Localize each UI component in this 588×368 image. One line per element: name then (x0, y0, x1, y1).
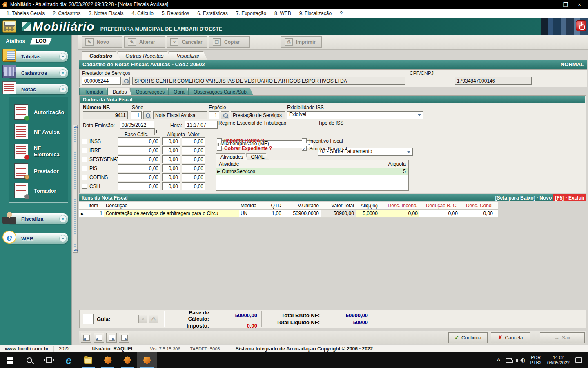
taskbar-search-button[interactable] (20, 352, 39, 368)
imposto-retido-checkbox[interactable] (217, 138, 222, 143)
simples-nacional-checkbox[interactable]: ✓ (302, 146, 307, 151)
cancelar-button[interactable]: Cancelar (167, 36, 207, 48)
menu-cadastros[interactable]: 2. Cadastros (49, 10, 85, 17)
fiorilli-app-3-button[interactable] (137, 352, 157, 368)
data-emissao-input[interactable] (120, 121, 154, 129)
tab-obra[interactable]: Obra (168, 88, 190, 95)
guia-search-icon[interactable] (138, 315, 147, 323)
cofins-base-input[interactable] (118, 173, 160, 181)
nav-last-button[interactable] (119, 333, 129, 343)
csll-aliq-input[interactable] (162, 182, 180, 190)
nav-next-button[interactable] (106, 333, 117, 343)
irrf-checkbox[interactable] (82, 148, 87, 153)
menu-notas-fiscais[interactable]: 3. Notas Fiscais (85, 10, 127, 17)
network-icon[interactable] (506, 358, 512, 363)
chevron-down-icon[interactable]: » (59, 69, 67, 76)
chevron-down-icon[interactable]: » (59, 215, 67, 222)
menu-web[interactable]: 8. WEB (270, 10, 295, 17)
copiar-button[interactable]: Copiar (209, 36, 250, 48)
menu-estatisticas[interactable]: 6. Estatísticas (193, 10, 232, 17)
sidebar-item-nf-avulsa[interactable]: NF Avulsa (14, 124, 68, 139)
tab-visualizar[interactable]: Visualizar (169, 51, 207, 60)
search-icon[interactable] (122, 77, 130, 85)
atividade-row[interactable]: ▶ OutrosServiços 5 (216, 168, 408, 175)
sest-valor-input[interactable] (182, 155, 205, 163)
start-button[interactable] (0, 352, 20, 368)
tab-observacoes[interactable]: Observações (130, 88, 170, 95)
prestador-code-input[interactable] (82, 77, 121, 85)
menu-tabelas-gerais[interactable]: 1. Tabelas Gerais (2, 10, 49, 17)
sest-aliq-input[interactable] (162, 155, 180, 163)
restore-button[interactable]: ❐ (559, 0, 572, 9)
speaker-icon[interactable] (518, 358, 523, 363)
sidebar-splitter[interactable]: ◄► ◄► (73, 125, 78, 253)
sidebar-tab-log[interactable]: LOG (30, 38, 52, 45)
item-row[interactable]: ▶ 1 Contratação de serviços de arbitrage… (79, 210, 498, 218)
pis-checkbox[interactable] (82, 166, 87, 171)
sidebar-item-nf-eletronica[interactable]: NF Eletrônica (14, 144, 68, 159)
tab-cadastro[interactable]: Cadastro (82, 51, 120, 60)
sidebar-group-fiscaliza[interactable]: Fiscaliza » (9, 213, 68, 224)
incentivo-fiscal-checkbox[interactable] (302, 138, 307, 143)
minimize-button[interactable]: – (545, 0, 559, 9)
language-indicator[interactable]: PORPTB2 (530, 355, 541, 366)
internet-explorer-button[interactable]: e (59, 352, 78, 368)
task-view-button[interactable] (39, 352, 59, 368)
confirma-button[interactable]: ✓ Confirma (448, 332, 488, 343)
tab-tomador[interactable]: Tomador (79, 88, 109, 95)
tab-dados[interactable]: Dados (107, 88, 132, 95)
hora-input[interactable] (185, 121, 218, 129)
sidebar-group-tabelas[interactable]: Tabelas » (9, 51, 68, 62)
csll-checkbox[interactable] (82, 184, 87, 189)
menu-relatorios[interactable]: 5. Relatórios (158, 10, 193, 17)
guia-input[interactable] (83, 314, 94, 324)
sidebar-group-notas[interactable]: Notas « (9, 84, 68, 94)
cancela-button[interactable]: ✗ Cancela (491, 332, 530, 343)
guia-print-icon[interactable] (149, 315, 158, 323)
fiorilli-app-1-button[interactable] (98, 352, 118, 368)
clock[interactable]: 14:0203/05/2022 (547, 355, 570, 366)
tab-cnae[interactable]: CNAE (246, 153, 269, 160)
nav-first-button[interactable] (81, 333, 91, 343)
close-button[interactable]: × (572, 0, 586, 9)
cobrar-expediente-checkbox[interactable] (217, 146, 222, 151)
notification-icon[interactable] (575, 357, 582, 363)
sidebar-item-tomador[interactable]: Tomador (14, 183, 68, 198)
sidebar-item-autorizacao[interactable]: Autorização (14, 104, 68, 120)
chevron-down-icon[interactable]: » (59, 53, 67, 60)
chevron-up-icon[interactable]: « (59, 85, 67, 93)
tab-outras-receitas[interactable]: Outras Receitas (118, 51, 171, 60)
serie-input[interactable] (131, 111, 142, 119)
menu-fiscalizacao[interactable]: 9. Fiscalização (295, 10, 336, 17)
sest-checkbox[interactable] (82, 157, 87, 162)
calendar-icon[interactable] (154, 128, 155, 135)
menu-exportacao[interactable]: 7. Exportação (232, 10, 270, 17)
numero-nf-input[interactable] (83, 111, 128, 119)
file-explorer-button[interactable] (78, 352, 98, 368)
inss-base-input[interactable] (118, 137, 160, 145)
sair-button[interactable]: → Sair (540, 332, 585, 343)
sest-base-input[interactable] (118, 155, 160, 163)
pis-aliq-input[interactable] (162, 164, 180, 172)
tab-atividades[interactable]: Atividades (216, 153, 247, 160)
alterar-button[interactable]: Alterar (124, 36, 165, 48)
serie-search-icon[interactable] (143, 111, 151, 119)
menu-help[interactable]: ? (336, 10, 347, 17)
cofins-aliq-input[interactable] (162, 173, 180, 181)
inss-valor-input[interactable] (182, 137, 205, 145)
sidebar-group-web[interactable]: e WEB » (9, 233, 68, 244)
csll-valor-input[interactable] (182, 182, 205, 190)
menu-calculo[interactable]: 4. Cálculo (128, 10, 158, 17)
pis-base-input[interactable] (118, 164, 160, 172)
novo-button[interactable]: Novo (82, 36, 122, 48)
pis-valor-input[interactable] (182, 164, 205, 172)
sidebar-tab-atalhos[interactable]: Atalhos (6, 38, 25, 44)
sidebar-item-prestador[interactable]: Prestador (14, 163, 68, 179)
imprimir-button[interactable]: Imprimir (281, 36, 322, 48)
tray-chevron-icon[interactable]: ^ (497, 357, 500, 363)
cofins-valor-input[interactable] (182, 173, 205, 181)
especie-input[interactable] (209, 111, 219, 119)
irrf-valor-input[interactable] (182, 146, 205, 154)
irrf-aliq-input[interactable] (162, 146, 180, 154)
chevron-down-icon[interactable]: » (59, 235, 67, 242)
